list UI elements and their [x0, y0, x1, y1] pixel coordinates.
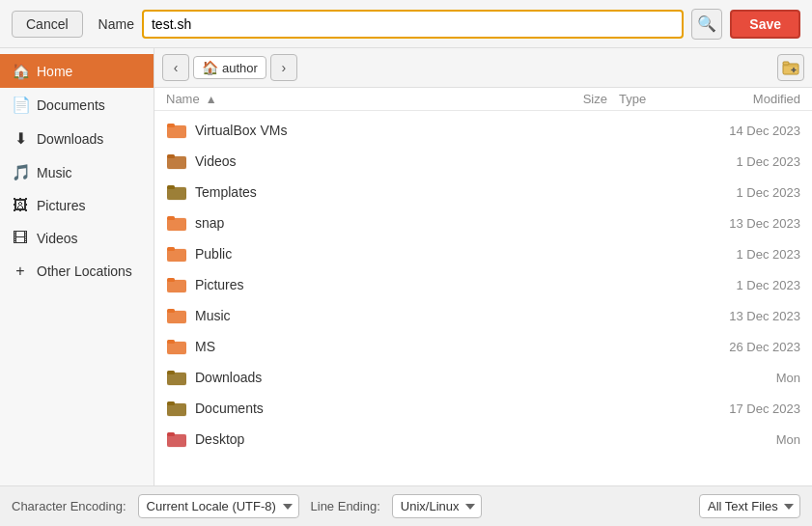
- file-modified: 1 Dec 2023: [685, 185, 800, 200]
- sidebar-icon-home: 🏠: [12, 62, 29, 80]
- sort-arrow: ▲: [206, 93, 217, 106]
- sidebar-item-downloads[interactable]: ⬇ Downloads: [0, 122, 154, 155]
- line-ending-label: Line Ending:: [311, 499, 380, 513]
- sidebar-icon-other-locations: +: [12, 263, 29, 280]
- file-name: Documents: [195, 401, 540, 416]
- filename-input[interactable]: [142, 10, 684, 39]
- column-modified[interactable]: Modified: [685, 92, 800, 106]
- home-icon: 🏠: [202, 60, 218, 75]
- sidebar-label-other-locations: Other Locations: [37, 263, 132, 279]
- search-button[interactable]: 🔍: [691, 9, 722, 40]
- column-size[interactable]: Size: [540, 92, 607, 106]
- sidebar-item-home[interactable]: 🏠 Home: [0, 54, 154, 88]
- file-name: Desktop: [195, 431, 540, 447]
- file-icon: [166, 305, 187, 326]
- file-icon: [166, 243, 187, 264]
- new-folder-button[interactable]: [777, 54, 804, 81]
- location-bar: ‹ 🏠 author ›: [154, 48, 812, 88]
- table-row[interactable]: Videos 1 Dec 2023: [154, 146, 812, 177]
- file-icon: [166, 398, 187, 419]
- table-row[interactable]: Public 1 Dec 2023: [154, 238, 812, 269]
- cancel-button[interactable]: Cancel: [12, 11, 83, 38]
- svg-rect-1: [783, 62, 789, 65]
- file-icon: [166, 181, 187, 203]
- sidebar-label-home: Home: [37, 64, 72, 79]
- file-icon: [166, 120, 187, 141]
- file-modified: 17 Dec 2023: [685, 401, 800, 416]
- file-name: snap: [195, 215, 540, 231]
- sidebar-item-videos[interactable]: 🎞 Videos: [0, 222, 154, 255]
- file-modified: 1 Dec 2023: [685, 247, 800, 262]
- sidebar-item-pictures[interactable]: 🖼 Pictures: [0, 189, 154, 222]
- table-row[interactable]: VirtualBox VMs 14 Dec 2023: [154, 115, 812, 146]
- file-modified: Mon: [685, 371, 800, 385]
- file-icon: [166, 151, 187, 172]
- file-name: Templates: [195, 184, 540, 200]
- file-name: Pictures: [195, 277, 540, 292]
- file-icon: [166, 274, 187, 295]
- file-list-header: Name ▲ Size Type Modified: [154, 88, 812, 111]
- column-name[interactable]: Name ▲: [166, 92, 540, 106]
- file-modified: 14 Dec 2023: [685, 124, 800, 138]
- file-icon: [166, 336, 187, 357]
- sidebar-icon-documents: 📄: [12, 96, 29, 114]
- breadcrumb-label: author: [222, 61, 258, 75]
- file-modified: 1 Dec 2023: [685, 154, 800, 169]
- file-modified: 26 Dec 2023: [685, 340, 800, 354]
- sidebar-icon-music: 🎵: [12, 163, 29, 181]
- file-type-select[interactable]: All Text Files: [699, 494, 800, 518]
- file-modified: Mon: [685, 432, 800, 447]
- file-name: Music: [195, 308, 540, 323]
- table-row[interactable]: snap 13 Dec 2023: [154, 208, 812, 238]
- file-modified: 13 Dec 2023: [685, 216, 800, 231]
- file-name: Public: [195, 246, 540, 262]
- sidebar-item-other-locations[interactable]: + Other Locations: [0, 255, 154, 288]
- name-label: Name: [98, 16, 134, 32]
- header-bar: Cancel Name 🔍 Save: [0, 0, 812, 48]
- file-name: VirtualBox VMs: [195, 123, 540, 138]
- file-icon: [166, 429, 187, 450]
- file-name: Downloads: [195, 370, 540, 385]
- file-icon: [166, 212, 187, 234]
- sidebar-icon-videos: 🎞: [12, 230, 29, 247]
- breadcrumb[interactable]: 🏠 author: [193, 56, 266, 79]
- file-name: Videos: [195, 153, 540, 169]
- column-type[interactable]: Type: [607, 92, 685, 106]
- table-row[interactable]: Pictures 1 Dec 2023: [154, 269, 812, 300]
- file-icon: [166, 367, 187, 388]
- sidebar-label-downloads: Downloads: [37, 131, 103, 147]
- main-area: 🏠 Home 📄 Documents ⬇ Downloads 🎵 Music 🖼…: [0, 48, 812, 485]
- encoding-select[interactable]: Current Locale (UTF-8): [138, 494, 299, 518]
- svg-rect-0: [783, 64, 798, 74]
- sidebar-icon-pictures: 🖼: [12, 197, 29, 214]
- save-button[interactable]: Save: [730, 10, 800, 39]
- sidebar-label-videos: Videos: [37, 231, 78, 246]
- table-row[interactable]: Desktop Mon: [154, 424, 812, 455]
- sidebar-item-documents[interactable]: 📄 Documents: [0, 88, 154, 122]
- file-list: VirtualBox VMs 14 Dec 2023 Videos 1 Dec …: [154, 111, 812, 485]
- back-button[interactable]: ‹: [162, 54, 189, 81]
- encoding-label: Character Encoding:: [12, 499, 126, 513]
- sidebar-label-pictures: Pictures: [37, 198, 86, 213]
- table-row[interactable]: Documents 17 Dec 2023: [154, 393, 812, 424]
- sidebar-label-documents: Documents: [37, 97, 105, 113]
- table-row[interactable]: Downloads Mon: [154, 362, 812, 393]
- line-ending-select[interactable]: Unix/Linux: [392, 494, 482, 518]
- file-modified: 1 Dec 2023: [685, 278, 800, 292]
- footer-bar: Character Encoding: Current Locale (UTF-…: [0, 485, 812, 526]
- table-row[interactable]: Templates 1 Dec 2023: [154, 177, 812, 208]
- sidebar: 🏠 Home 📄 Documents ⬇ Downloads 🎵 Music 🖼…: [0, 48, 154, 485]
- table-row[interactable]: Music 13 Dec 2023: [154, 300, 812, 331]
- forward-button[interactable]: ›: [270, 54, 297, 81]
- file-name: MS: [195, 339, 540, 354]
- file-browser: ‹ 🏠 author › Name ▲: [154, 48, 812, 485]
- sidebar-icon-downloads: ⬇: [12, 129, 29, 148]
- table-row[interactable]: MS 26 Dec 2023: [154, 331, 812, 362]
- sidebar-item-music[interactable]: 🎵 Music: [0, 155, 154, 189]
- file-modified: 13 Dec 2023: [685, 309, 800, 323]
- sidebar-label-music: Music: [37, 165, 72, 180]
